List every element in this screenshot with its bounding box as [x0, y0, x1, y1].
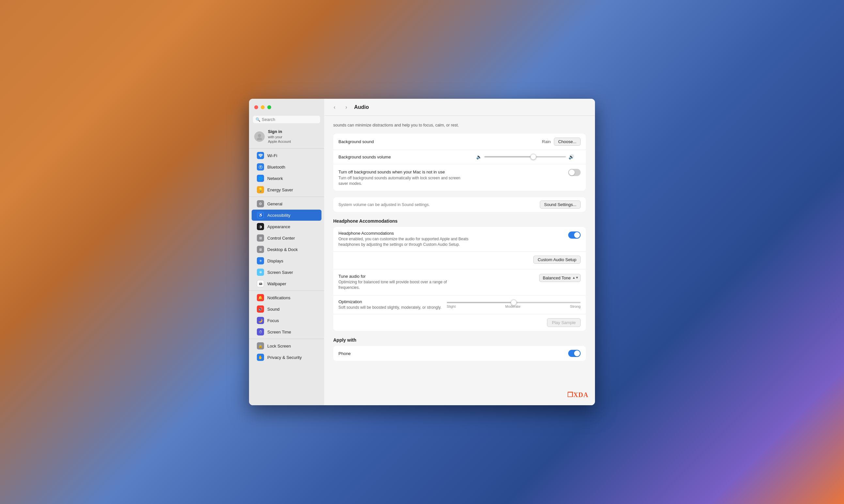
main-header: ‹ › Audio: [324, 99, 595, 116]
system-preferences-window: 🔍 Sign in with your Apple Account: [249, 99, 595, 405]
sidebar-item-wallpaper[interactable]: 🏔 Wallpaper: [252, 278, 322, 289]
sidebar-divider-4: [249, 339, 324, 339]
row-left-toggle: Turn off background sounds when your Mac…: [339, 169, 568, 186]
headphone-accom-sub: Once enabled, you can customize the audi…: [339, 236, 469, 248]
avatar: [254, 131, 265, 142]
choose-button[interactable]: Choose...: [554, 138, 581, 146]
sidebar-label-wallpaper: Wallpaper: [267, 281, 286, 286]
sidebar-label-general: General: [267, 201, 282, 206]
notifications-icon: 🔔: [257, 294, 264, 301]
wifi-icon: [257, 152, 264, 159]
sidebar-label-focus: Focus: [267, 318, 279, 323]
sidebar-item-control[interactable]: ⊞ Control Center: [252, 232, 322, 244]
wallpaper-icon: 🏔: [257, 280, 264, 287]
sidebar-item-lockscreen[interactable]: 🔒 Lock Screen: [252, 340, 322, 352]
screensaver-icon: ❄: [257, 269, 264, 276]
minimize-button[interactable]: [261, 105, 265, 109]
sidebar: 🔍 Sign in with your Apple Account: [249, 99, 324, 405]
tune-audio-select[interactable]: Balanced Tone: [539, 274, 581, 282]
content-area: sounds can minimize distractions and hel…: [324, 116, 595, 405]
sidebar-item-displays[interactable]: ✳ Displays: [252, 255, 322, 266]
optimization-row: Optimization Soft sounds will be boosted…: [333, 295, 586, 314]
sidebar-item-screentime[interactable]: ⏱ Screen Time: [252, 326, 322, 337]
sidebar-item-notifications[interactable]: 🔔 Notifications: [252, 292, 322, 303]
sidebar-label-network: Network: [267, 176, 283, 181]
volume-slider-thumb[interactable]: [530, 154, 536, 160]
search-bar[interactable]: 🔍: [253, 116, 320, 123]
apply-with-section: Phone: [333, 346, 586, 361]
sidebar-item-network[interactable]: 🌐 Network: [252, 173, 322, 184]
search-input[interactable]: [262, 117, 317, 122]
svg-point-0: [258, 134, 261, 137]
sidebar-label-privacy: Privacy & Security: [267, 355, 302, 360]
background-volume-row: Background sounds volume 🔈 🔊: [333, 150, 586, 164]
lockscreen-icon: 🔒: [257, 342, 264, 349]
sidebar-item-wifi[interactable]: Wi-Fi: [252, 150, 322, 161]
toggle-knob-on: [574, 232, 580, 238]
sidebar-label-lockscreen: Lock Screen: [267, 344, 291, 348]
search-icon: 🔍: [256, 118, 260, 122]
sidebar-label-appearance: Appearance: [267, 224, 290, 229]
custom-audio-setup-button[interactable]: Custom Audio Setup: [533, 256, 581, 264]
sidebar-item-focus[interactable]: 🌙 Focus: [252, 315, 322, 326]
system-volume-row: System volume can be adjusted in Sound s…: [333, 197, 586, 212]
sidebar-item-general[interactable]: ⚙ General: [252, 198, 322, 209]
opt-label-strong: Strong: [570, 305, 581, 308]
volume-slider-area: 🔈 🔊: [476, 154, 581, 159]
sidebar-item-bluetooth[interactable]: ⦿ Bluetooth: [252, 161, 322, 173]
tune-audio-select-wrapper: Balanced Tone ▲▼: [539, 274, 581, 282]
sidebar-label-bluetooth: Bluetooth: [267, 165, 285, 169]
sidebar-item-desktop[interactable]: 🖥 Desktop & Dock: [252, 244, 322, 255]
tune-audio-row: Tune audio for Optimizing for balanced t…: [333, 269, 586, 295]
sidebar-item-energy[interactable]: 💡 Energy Saver: [252, 184, 322, 195]
phone-row: Phone: [333, 346, 586, 361]
sidebar-scroll: Sign in with your Apple Account: [249, 126, 324, 405]
maximize-button[interactable]: [267, 105, 271, 109]
background-sound-label: Background sound: [339, 139, 374, 144]
background-sound-row: Background sound Rain Choose...: [333, 134, 586, 150]
privacy-icon: ✋: [257, 354, 264, 361]
main-content: ‹ › Audio sounds can minimize distractio…: [324, 99, 595, 405]
sidebar-item-privacy[interactable]: ✋ Privacy & Security: [252, 352, 322, 363]
tune-audio-sub: Optimizing for balanced tone will provid…: [339, 280, 469, 290]
desktop-icon: 🖥: [257, 246, 264, 253]
opt-label-slight: Slight: [447, 305, 456, 308]
opt-slider-track[interactable]: [447, 302, 581, 303]
sidebar-item-screensaver[interactable]: ❄ Screen Saver: [252, 267, 322, 278]
sidebar-item-sound[interactable]: 🔊 Sound: [252, 304, 322, 314]
sound-settings-button[interactable]: Sound Settings...: [540, 200, 581, 209]
volume-slider-track[interactable]: [484, 156, 566, 158]
opt-slider-thumb[interactable]: [511, 300, 517, 305]
opt-label: Optimization: [339, 299, 442, 304]
custom-audio-row: Custom Audio Setup: [333, 252, 586, 269]
sidebar-label-accessibility: Accessibility: [267, 213, 291, 218]
bg-volume-label: Background sounds volume: [339, 155, 391, 159]
opt-sub: Soft sounds will be boosted slightly, mo…: [339, 305, 442, 310]
sidebar-label-displays: Displays: [267, 258, 283, 264]
close-button[interactable]: [254, 105, 258, 109]
sidebar-label-screensaver: Screen Saver: [267, 270, 293, 275]
turn-off-label: Turn off background sounds when your Mac…: [339, 169, 445, 175]
sidebar-divider-2: [249, 197, 324, 197]
account-item[interactable]: Sign in with your Apple Account: [249, 127, 324, 146]
sidebar-item-appearance[interactable]: ◑ Appearance: [252, 221, 322, 232]
turn-off-toggle[interactable]: [568, 169, 581, 176]
account-sign-in: Sign in: [268, 129, 291, 134]
volume-slider-container: 🔈 🔊: [476, 154, 574, 159]
opt-inner: Optimization Soft sounds will be boosted…: [339, 299, 581, 310]
phone-toggle[interactable]: [568, 350, 581, 357]
headphone-accommodations-toggle[interactable]: [568, 232, 581, 239]
headphone-section: Headphone Accommodations Once enabled, y…: [333, 227, 586, 331]
volume-high-icon: 🔊: [569, 154, 574, 159]
row-text: Headphone Accommodations Once enabled, y…: [339, 231, 564, 248]
sidebar-divider-1: [249, 148, 324, 149]
play-sample-button[interactable]: Play Sample: [547, 318, 581, 327]
tune-audio-label: Tune audio for: [339, 274, 539, 279]
row-right: Rain Choose...: [542, 138, 581, 146]
sidebar-item-accessibility[interactable]: ♿ Accessibility: [252, 210, 322, 221]
headphone-section-heading: Headphone Accommodations: [333, 218, 586, 223]
forward-button[interactable]: ›: [342, 103, 350, 111]
sidebar-label-desktop: Desktop & Dock: [267, 247, 298, 252]
background-sound-section: Background sound Rain Choose... Backgrou…: [333, 134, 586, 191]
back-button[interactable]: ‹: [331, 103, 339, 111]
